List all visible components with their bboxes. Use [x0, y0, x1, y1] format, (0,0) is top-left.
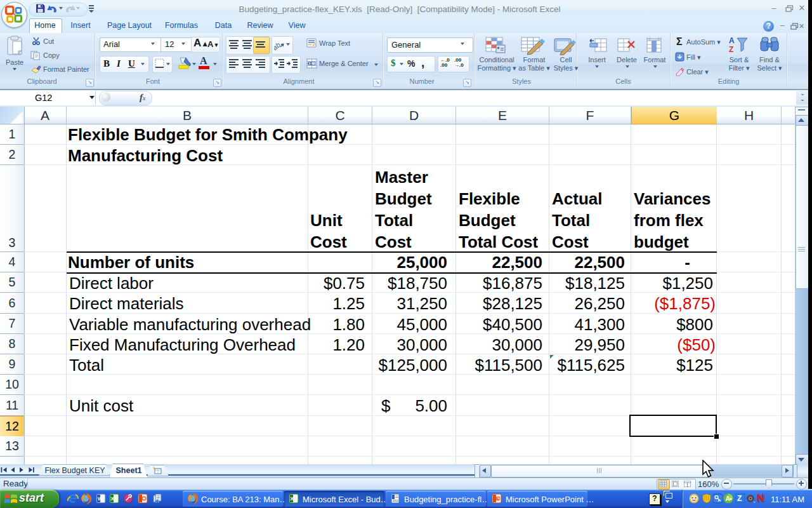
svg-text:A: A [726, 495, 730, 502]
svg-text:X: X [291, 496, 294, 502]
svg-text:W: W [98, 496, 103, 502]
svg-text:X: X [111, 496, 115, 502]
svg-text:Z: Z [729, 45, 733, 54]
svg-text:A: A [729, 36, 735, 45]
svg-text:a: a [310, 61, 312, 65]
svg-text:ab: ab [274, 41, 282, 50]
svg-text:Z: Z [737, 494, 742, 503]
